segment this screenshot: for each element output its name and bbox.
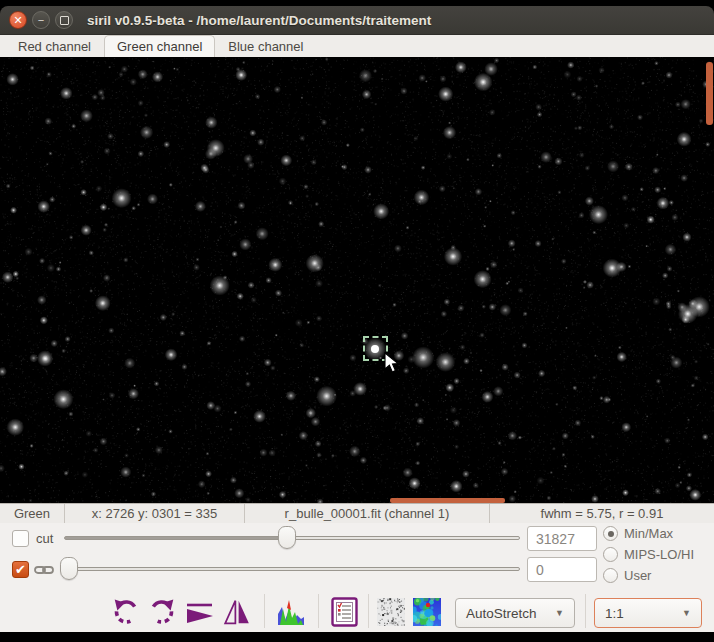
low-level-slider[interactable] (64, 557, 520, 580)
radio-minmax[interactable]: Min/Max (603, 526, 673, 541)
radio-minmax-circle[interactable] (603, 526, 618, 541)
flip-horizontal-button[interactable] (184, 596, 216, 628)
star-selection-box (363, 336, 388, 361)
radio-user[interactable]: User (603, 568, 651, 583)
flip-horizontal-icon (185, 598, 215, 626)
radio-mips-label: MIPS-LO/HI (624, 547, 694, 562)
radio-user-label: User (624, 568, 651, 583)
cut-checkbox[interactable] (12, 530, 29, 547)
high-level-entry[interactable]: 31827 (527, 526, 597, 551)
radio-mips[interactable]: MIPS-LO/HI (603, 547, 694, 562)
chain-link-icon (34, 564, 54, 576)
autostretch-label: AutoStretch (466, 606, 537, 621)
negative-view-button[interactable] (377, 598, 405, 626)
autostretch-dropdown[interactable]: AutoStretch ▼ (455, 598, 575, 628)
toolbar-separator (368, 594, 369, 628)
high-level-slider[interactable] (64, 526, 520, 549)
status-coordinates: x: 2726 y: 0301 = 335 (65, 504, 245, 523)
titlebar[interactable]: ✕ − siril v0.9.5-beta - /home/laurent/Do… (0, 6, 714, 35)
window-buttons: ✕ − (9, 11, 73, 29)
zoom-level-label: 1:1 (605, 606, 624, 621)
toolbar-separator (264, 594, 265, 628)
rotate-ccw-button[interactable] (110, 596, 142, 628)
fits-header-button[interactable] (328, 596, 360, 628)
linked-levels-checkbox[interactable]: ✔ (12, 561, 29, 578)
histogram-icon (277, 598, 305, 626)
zoom-dropdown[interactable]: 1:1 ▼ (594, 598, 702, 628)
star-field-image[interactable] (0, 57, 714, 503)
bottom-toolbar: AutoStretch ▼ 1:1 ▼ (0, 590, 714, 632)
statusbar: Green x: 2726 y: 0301 = 335 r_bulle_0000… (0, 503, 714, 523)
radio-minmax-label: Min/Max (624, 526, 673, 541)
flip-vertical-button[interactable] (221, 596, 253, 628)
maximize-button[interactable] (55, 11, 73, 29)
radio-mips-circle[interactable] (603, 547, 618, 562)
radio-user-circle[interactable] (603, 568, 618, 583)
slider-track[interactable] (64, 567, 520, 571)
cut-label: cut (36, 531, 53, 546)
window-title: siril v0.9.5-beta - /home/laurent/Docume… (87, 13, 431, 28)
status-channel: Green (0, 504, 65, 523)
false-color-view-button[interactable] (413, 598, 441, 626)
siril-window: ✕ − siril v0.9.5-beta - /home/laurent/Do… (0, 0, 714, 642)
low-level-entry[interactable]: 0 (527, 557, 597, 582)
slider-handle[interactable] (278, 526, 296, 549)
tab-red-channel[interactable]: Red channel (6, 36, 103, 57)
tab-blue-channel[interactable]: Blue channel (216, 36, 315, 57)
toolbar-separator (585, 594, 586, 628)
tab-green-channel[interactable]: Green channel (104, 35, 215, 57)
image-display-area[interactable] (0, 57, 714, 503)
maximize-icon (60, 16, 69, 25)
minimize-button[interactable]: − (32, 11, 50, 29)
chevron-down-icon: ▼ (555, 608, 564, 618)
histogram-button[interactable] (275, 596, 307, 628)
flip-vertical-icon (223, 598, 251, 626)
rotate-ccw-icon (112, 598, 140, 626)
slider-handle[interactable] (60, 557, 78, 580)
vertical-scrollbar-thumb[interactable] (706, 62, 713, 125)
toolbar-separator (318, 594, 319, 628)
channel-tabbar: Red channel Green channel Blue channel (0, 35, 714, 57)
rotate-cw-button[interactable] (146, 596, 178, 628)
levels-controls: cut 31827 ✔ 0 Min/Max MIPS-LO/HI User (0, 523, 714, 590)
status-filename: r_bulle_00001.fit (channel 1) (245, 504, 490, 523)
rotate-cw-icon (148, 598, 176, 626)
status-fwhm: fwhm = 5.75, r = 0.91 (490, 504, 714, 523)
close-button[interactable]: ✕ (9, 11, 27, 29)
chevron-down-icon: ▼ (682, 608, 691, 618)
fits-header-icon (331, 597, 358, 627)
